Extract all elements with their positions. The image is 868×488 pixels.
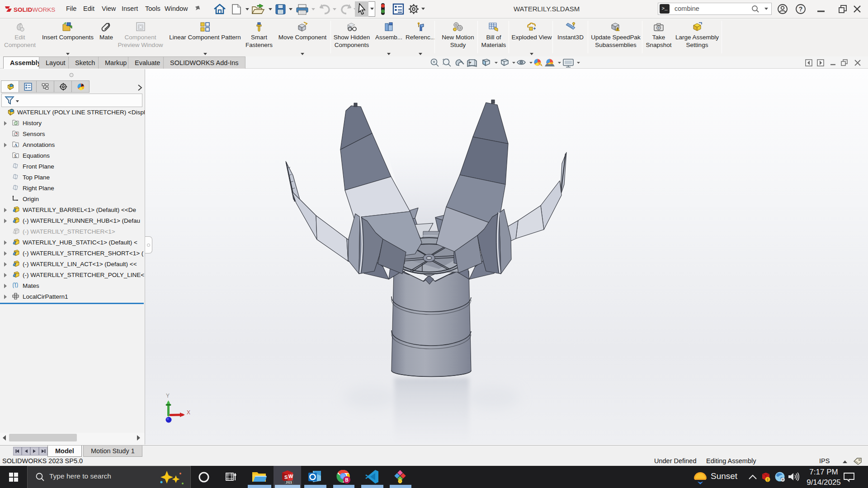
svg-text:Σ: Σ xyxy=(14,154,17,158)
svg-text:!: ! xyxy=(767,478,769,482)
svg-text:?: ? xyxy=(799,5,803,13)
svg-text:SOLIDWORKS: SOLIDWORKS xyxy=(14,6,55,13)
svg-text:Y: Y xyxy=(166,393,170,399)
svg-text:B: B xyxy=(345,478,348,483)
svg-text:X: X xyxy=(187,409,190,416)
svg-text:2023: 2023 xyxy=(286,481,292,484)
svg-text:A: A xyxy=(14,143,18,147)
svg-text:W: W xyxy=(288,474,293,479)
svg-text:S: S xyxy=(284,474,288,480)
